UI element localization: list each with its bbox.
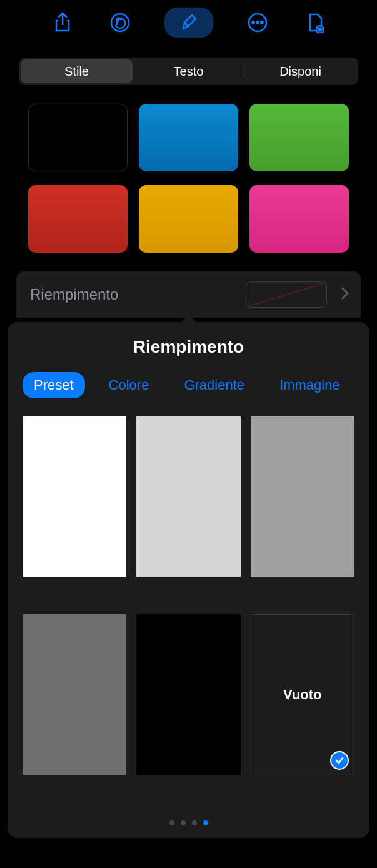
popup-arrow-icon xyxy=(180,315,198,323)
top-toolbar xyxy=(0,0,377,45)
fill-popup: Riempimento Preset Colore Gradiente Imma… xyxy=(8,322,369,838)
color-swatch-pink[interactable] xyxy=(249,185,349,253)
preset-gray[interactable] xyxy=(251,416,354,577)
svg-point-6 xyxy=(318,28,321,31)
document-icon[interactable] xyxy=(302,9,328,36)
page-dot[interactable] xyxy=(169,820,174,825)
preset-grid: Vuoto xyxy=(8,416,369,802)
page-dot[interactable] xyxy=(192,820,197,825)
share-icon[interactable] xyxy=(49,9,76,36)
popup-tabs: Preset Colore Gradiente Immagine xyxy=(8,372,369,398)
fill-row-label: Riempimento xyxy=(30,286,118,303)
svg-point-3 xyxy=(256,21,259,24)
fill-preview-swatch xyxy=(246,281,327,308)
segmented-control: Stile Testo Disponi xyxy=(19,58,358,85)
color-swatch-red[interactable] xyxy=(28,185,128,253)
tab-color[interactable]: Colore xyxy=(98,372,161,398)
color-swatch-yellow[interactable] xyxy=(139,185,238,253)
preset-empty-label: Vuoto xyxy=(283,687,322,703)
fill-row[interactable]: Riempimento xyxy=(16,271,361,318)
no-fill-line-icon xyxy=(246,281,327,308)
color-swatch-blue[interactable] xyxy=(139,104,238,171)
undo-icon[interactable] xyxy=(107,9,133,36)
page-dot-active[interactable] xyxy=(203,820,208,825)
svg-point-2 xyxy=(252,21,254,24)
svg-point-4 xyxy=(261,21,263,24)
tab-gradient[interactable]: Gradiente xyxy=(173,372,256,398)
style-color-grid xyxy=(0,85,377,265)
tab-image[interactable]: Immagine xyxy=(268,372,351,398)
segment-text[interactable]: Testo xyxy=(133,59,244,83)
more-icon[interactable] xyxy=(244,9,271,36)
page-indicator xyxy=(8,802,369,838)
page-dot[interactable] xyxy=(181,820,186,825)
preset-lightgray[interactable] xyxy=(136,416,240,577)
preset-white[interactable] xyxy=(23,416,126,577)
popup-title: Riempimento xyxy=(8,337,369,357)
checkmark-icon xyxy=(330,751,349,770)
color-swatch-black[interactable] xyxy=(28,104,128,171)
format-brush-icon[interactable] xyxy=(164,8,213,38)
color-swatch-green[interactable] xyxy=(249,104,349,171)
tab-preset[interactable]: Preset xyxy=(23,372,85,398)
preset-darkgray[interactable] xyxy=(23,614,126,775)
segmented-control-wrap: Stile Testo Disponi xyxy=(0,45,377,85)
preset-black[interactable] xyxy=(136,614,240,775)
segment-style[interactable]: Stile xyxy=(21,59,133,83)
chevron-right-icon xyxy=(341,286,349,303)
segment-arrange[interactable]: Disponi xyxy=(244,59,356,83)
preset-empty[interactable]: Vuoto xyxy=(251,614,354,775)
